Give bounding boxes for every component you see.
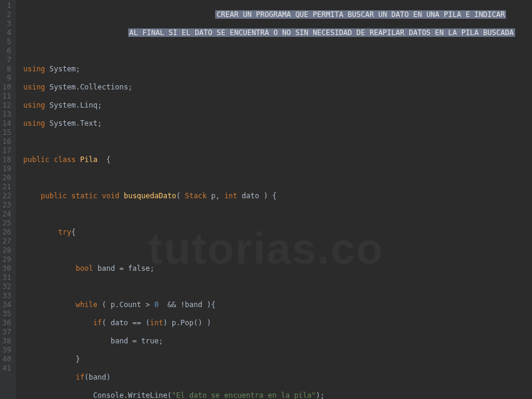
selected-comment-line1: CREAR UN PROGRAMA QUE PERMITA BUSCAR UN … <box>215 10 506 19</box>
line-number: 37 <box>2 328 11 337</box>
method-name: busquedaDato <box>124 192 177 200</box>
param: p, <box>207 192 224 200</box>
keyword-while: while <box>76 300 97 309</box>
namespace: System; <box>50 65 80 73</box>
keyword-bool: bool <box>76 264 93 273</box>
line-number-gutter: 1234567891011121314151617181920212223242… <box>0 0 16 399</box>
type-stack: Stack <box>185 192 207 200</box>
line-number: 24 <box>2 210 11 219</box>
line-number: 6 <box>2 47 11 56</box>
line-number: 21 <box>2 183 11 192</box>
keyword-using: using <box>23 83 45 91</box>
code-text: Console.WriteLine( <box>93 391 172 399</box>
line-number: 7 <box>2 56 11 65</box>
line-number: 4 <box>2 28 11 37</box>
keyword-static: static <box>71 192 97 200</box>
string-literal: "El dato se encuentra en la pila" <box>172 391 316 399</box>
keyword-int: int <box>224 192 238 200</box>
line-number: 34 <box>2 300 11 310</box>
class-name: Pila <box>80 155 97 164</box>
param: dato ) { <box>238 192 277 200</box>
keyword-class: class <box>54 155 76 164</box>
line-number: 16 <box>2 137 11 146</box>
line-number: 31 <box>2 273 11 282</box>
line-number: 36 <box>2 319 11 328</box>
line-number: 9 <box>2 74 11 83</box>
line-number: 33 <box>2 291 11 300</box>
line-number: 35 <box>2 310 11 319</box>
keyword-using: using <box>23 119 45 128</box>
selected-comment-line2: AL FINAL SI EL DATO SE ENCUENTRA O NO SI… <box>128 28 515 37</box>
line-number: 25 <box>2 219 11 228</box>
brace: { <box>97 155 111 164</box>
line-number: 30 <box>2 264 11 273</box>
namespace: System.Collections; <box>50 83 132 91</box>
line-number: 10 <box>2 83 11 92</box>
keyword-using: using <box>23 101 45 109</box>
line-number: 8 <box>2 65 11 74</box>
code-text: && !band ){ <box>158 300 215 309</box>
line-number: 3 <box>2 19 11 28</box>
keyword-if: if <box>93 319 102 327</box>
namespace: System.Text; <box>50 119 102 128</box>
code-area[interactable]: CREAR UN PROGRAMA QUE PERMITA BUSCAR UN … <box>16 0 532 399</box>
keyword-int: int <box>150 319 163 327</box>
line-number: 40 <box>2 355 11 364</box>
line-number: 38 <box>2 337 11 346</box>
code-text: ) p.Pop() ) <box>163 319 211 327</box>
keyword-try: try <box>58 228 71 236</box>
line-number: 12 <box>2 101 11 110</box>
code-editor: 1234567891011121314151617181920212223242… <box>0 0 532 399</box>
code-text: (band) <box>85 373 111 381</box>
line-number: 14 <box>2 119 11 128</box>
line-number: 5 <box>2 37 11 47</box>
line-number: 28 <box>2 246 11 255</box>
keyword-void: void <box>102 192 120 200</box>
keyword-if: if <box>76 373 84 381</box>
line-number: 19 <box>2 164 11 174</box>
brace: { <box>71 228 76 236</box>
line-number: 1 <box>2 1 11 10</box>
code-text: ( p.Count > <box>97 300 154 309</box>
code-text: ( dato == ( <box>102 319 150 327</box>
line-number: 13 <box>2 110 11 119</box>
code-text: band = false; <box>93 264 154 273</box>
line-number: 20 <box>2 174 11 183</box>
keyword-public: public <box>23 155 49 164</box>
code-text: ); <box>316 391 325 399</box>
line-number: 26 <box>2 228 11 237</box>
line-number: 22 <box>2 192 11 201</box>
line-number: 41 <box>2 364 11 373</box>
line-number: 29 <box>2 255 11 264</box>
code-text: band = true; <box>111 337 163 345</box>
brace: } <box>76 355 80 363</box>
line-number: 32 <box>2 282 11 291</box>
line-number: 23 <box>2 201 11 210</box>
line-number: 11 <box>2 92 11 101</box>
line-number: 2 <box>2 10 11 19</box>
line-number: 39 <box>2 346 11 355</box>
line-number: 27 <box>2 237 11 246</box>
line-number: 18 <box>2 155 11 164</box>
line-number: 15 <box>2 128 11 137</box>
line-number: 17 <box>2 146 11 155</box>
namespace: System.Linq; <box>50 101 102 109</box>
keyword-using: using <box>23 65 45 73</box>
keyword-public: public <box>41 192 66 200</box>
